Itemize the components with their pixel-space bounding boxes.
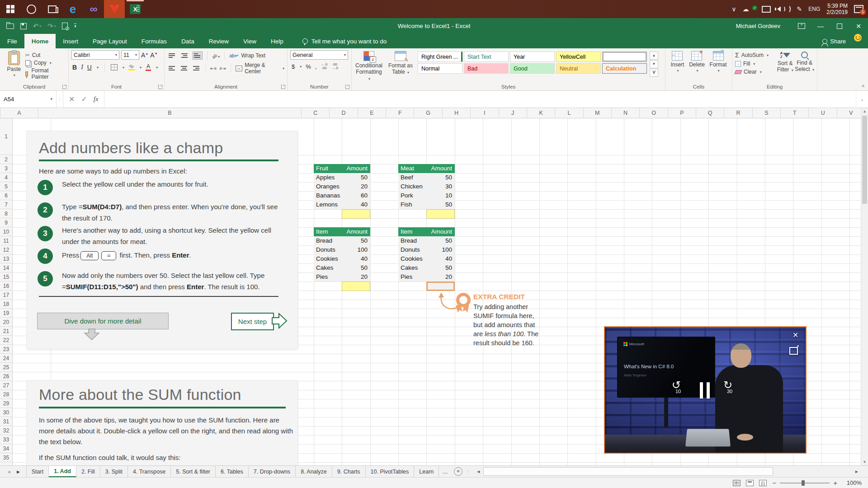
gallery-expand[interactable]: ▼ — [650, 69, 658, 77]
cell-style-neutral[interactable]: Neutral — [556, 63, 601, 74]
row-header-29[interactable]: 29 — [0, 399, 12, 408]
ribbon-tab-formulas[interactable]: Formulas — [134, 34, 174, 48]
bottom-align-button[interactable] — [193, 52, 203, 60]
font-family-combo[interactable]: Calibri▾ — [71, 50, 119, 60]
sheet-tab-learn[interactable]: Learn — [414, 466, 439, 477]
sheet-tab-3-split[interactable]: 3. Split — [100, 466, 128, 477]
top-align-button[interactable] — [167, 52, 177, 60]
row-header-11[interactable]: 11 — [0, 236, 12, 245]
save-button[interactable] — [20, 23, 27, 29]
video-player[interactable]: Microsoft What's New in C# 8.0 Mads Torg… — [604, 326, 807, 454]
column-header-R[interactable]: R — [724, 108, 752, 118]
pause-button[interactable] — [700, 382, 710, 399]
name-box[interactable]: A54▾ — [0, 90, 57, 108]
rewind-10-button[interactable]: ↺10 — [672, 381, 687, 398]
visual-studio-taskbar-button[interactable]: ∞ — [83, 0, 104, 18]
sheet-tab-8-analyze[interactable]: 8. Analyze — [296, 466, 332, 477]
column-header-K[interactable]: K — [527, 108, 555, 118]
forward-30-button[interactable]: ↻30 — [723, 381, 739, 398]
column-header-T[interactable]: T — [781, 108, 809, 118]
font-color-button[interactable]: A — [146, 64, 151, 71]
sheet-tab-7-drop-downs[interactable]: 7. Drop-downs — [249, 466, 296, 477]
customize-qat-button[interactable]: ▾ — [74, 23, 76, 28]
excel-taskbar-button[interactable]: X — [125, 0, 146, 18]
pen-icon[interactable]: ✎ — [797, 6, 802, 12]
formula-bar-splitter[interactable]: ⋮ — [57, 90, 63, 108]
font-dialog-launcher[interactable] — [158, 84, 163, 89]
zoom-slider[interactable] — [780, 483, 830, 483]
fill-button[interactable]: ↓Fill▾ — [735, 61, 775, 67]
column-header-M[interactable]: M — [584, 108, 612, 118]
close-button[interactable]: ✕ — [849, 18, 868, 34]
row-header-13[interactable]: 13 — [0, 254, 12, 263]
onedrive-icon[interactable]: ☁ — [743, 6, 749, 12]
cell-style-blank[interactable] — [602, 52, 647, 62]
open-button[interactable] — [6, 23, 14, 29]
horizontal-scrollbar[interactable]: ◄ ► — [474, 466, 861, 477]
row-header-5[interactable]: 5 — [0, 182, 12, 191]
cortana-button[interactable] — [21, 0, 42, 18]
enter-formula-button[interactable]: ✓ — [81, 95, 87, 103]
cell-style-yellowcell[interactable]: YellowCell — [556, 52, 601, 62]
ribbon-tab-view[interactable]: View — [236, 34, 264, 48]
scroll-up-arrow[interactable]: ▲ — [861, 108, 868, 115]
maximize-button[interactable] — [830, 18, 849, 34]
horizontal-scroll-thumb[interactable] — [483, 467, 773, 476]
cell-style-start-text[interactable]: Start Text — [464, 52, 509, 62]
underline-button[interactable]: U — [87, 64, 92, 71]
sheet-tab-9-charts[interactable]: 9. Charts — [332, 466, 366, 477]
dive-down-button[interactable]: Dive down for more detail — [37, 313, 169, 329]
row-header-24[interactable]: 24 — [0, 354, 12, 363]
volume-icon[interactable] — [777, 5, 791, 13]
column-header-L[interactable]: L — [555, 108, 583, 118]
row-header-4[interactable]: 4 — [0, 173, 12, 182]
scroll-down-arrow[interactable]: ▼ — [861, 458, 868, 465]
align-right-button[interactable] — [192, 64, 201, 72]
start-button[interactable] — [0, 0, 21, 18]
column-header-I[interactable]: I — [471, 108, 499, 118]
delete-cells-button[interactable]: Delete▾ — [689, 50, 705, 82]
zoom-level[interactable]: 100% — [843, 479, 862, 486]
cut-button[interactable]: ✂Cut — [25, 52, 66, 58]
column-header-N[interactable]: N — [612, 108, 640, 118]
row-header-21[interactable]: 21 — [0, 327, 12, 336]
decrease-indent-button[interactable]: ⇤≡ — [210, 66, 217, 71]
row-header-18[interactable]: 18 — [0, 300, 12, 309]
row-header-12[interactable]: 12 — [0, 245, 12, 254]
column-header-S[interactable]: S — [753, 108, 781, 118]
row-header-9[interactable]: 9 — [0, 218, 12, 227]
column-header-C[interactable]: C — [302, 108, 330, 118]
gallery-scroll-down[interactable]: ▼ — [650, 60, 658, 68]
column-header-A[interactable]: A — [0, 108, 38, 118]
column-header-F[interactable]: F — [386, 108, 414, 118]
sheet-tab-start[interactable]: Start — [26, 466, 49, 477]
row-header-3[interactable]: 3 — [0, 164, 12, 173]
redo-button[interactable]: ↷▾ — [47, 23, 56, 29]
answer-cell-yellow[interactable] — [426, 209, 455, 219]
column-header-H[interactable]: H — [443, 108, 471, 118]
ribbon-tab-help[interactable]: Help — [264, 34, 291, 48]
cell-style-bad[interactable]: Bad — [464, 63, 509, 74]
autosum-button[interactable]: ΣAutoSum▾ — [735, 52, 775, 59]
ribbon-tab-file[interactable]: File — [0, 34, 24, 48]
select-all-corner[interactable] — [0, 108, 0, 118]
sheet-tab-1-add[interactable]: 1. Add — [49, 466, 76, 477]
column-header-E[interactable]: E — [358, 108, 386, 118]
row-header-8[interactable]: 8 — [0, 209, 12, 218]
wrap-text-button[interactable]: ab↵Wrap Text — [229, 52, 265, 59]
cell-style-normal[interactable]: Normal — [418, 63, 462, 74]
row-header-27[interactable]: 27 — [0, 381, 12, 390]
zoom-in-button[interactable]: + — [833, 479, 837, 487]
task-view-button[interactable] — [42, 0, 62, 18]
increase-font-button[interactable]: A▲ — [141, 52, 148, 59]
tab-splitter[interactable]: ⋮ — [466, 469, 471, 474]
font-size-combo[interactable]: 11▾ — [121, 50, 139, 60]
sheet-tab-6-tables[interactable]: 6. Tables — [216, 466, 249, 477]
row-header-17[interactable]: 17 — [0, 291, 12, 300]
video-close-button[interactable]: ✕ — [793, 331, 798, 339]
row-header-2[interactable]: 2 — [0, 155, 12, 164]
cell-style-year[interactable]: Year — [510, 52, 555, 62]
row-header-25[interactable]: 25 — [0, 363, 12, 372]
increase-decimal-button[interactable]: ←.0.00 — [321, 63, 327, 70]
formula-input[interactable] — [104, 90, 856, 108]
